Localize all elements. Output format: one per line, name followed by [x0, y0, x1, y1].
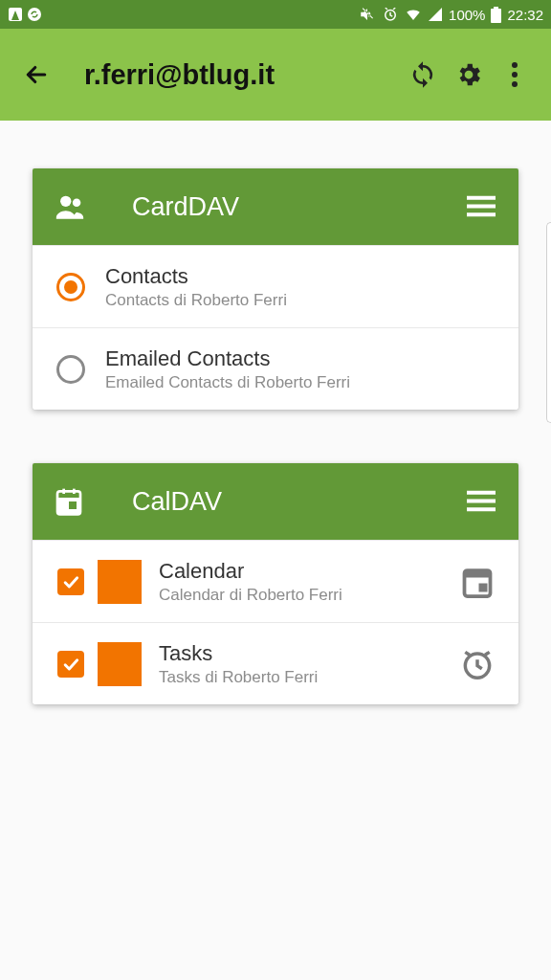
calendar-icon [54, 486, 86, 517]
alarm-icon [382, 6, 399, 23]
carddav-item-emailed-contacts[interactable]: Emailed Contacts Emailed Contacts di Rob… [33, 327, 518, 410]
svg-rect-23 [465, 570, 491, 578]
svg-point-1 [28, 8, 41, 21]
svg-point-5 [512, 62, 518, 68]
battery-text: 100% [449, 7, 485, 23]
item-subtitle: Tasks di Roberto Ferri [159, 668, 457, 687]
carddav-item-contacts[interactable]: Contacts Contacts di Roberto Ferri [33, 245, 518, 327]
color-swatch [98, 642, 142, 686]
svg-rect-20 [467, 500, 496, 503]
caldav-item-calendar[interactable]: Calendar Calendar di Roberto Ferri [33, 540, 518, 622]
svg-point-9 [73, 199, 81, 208]
item-subtitle: Calendar di Roberto Ferri [159, 586, 457, 605]
svg-rect-21 [467, 507, 496, 511]
svg-rect-17 [73, 489, 76, 494]
svg-rect-3 [491, 9, 501, 23]
svg-rect-11 [467, 205, 496, 209]
side-handle[interactable] [546, 222, 551, 423]
radio-unselected[interactable] [54, 355, 88, 384]
page-title: r.ferri@btlug.it [84, 59, 400, 91]
radio-selected[interactable] [54, 273, 88, 301]
battery-icon [491, 7, 501, 23]
svg-rect-19 [467, 491, 496, 495]
caldav-menu-button[interactable] [465, 489, 497, 514]
item-subtitle: Contacts di Roberto Ferri [105, 291, 497, 310]
carddav-title: CardDAV [132, 192, 465, 222]
overflow-menu-button[interactable] [492, 52, 538, 98]
back-button[interactable] [13, 52, 59, 98]
calendar-event-icon [457, 565, 497, 599]
svg-rect-18 [69, 501, 77, 509]
svg-point-7 [512, 81, 518, 87]
sync-button[interactable] [400, 52, 446, 98]
wifi-icon [405, 6, 422, 23]
item-subtitle: Emailed Contacts di Roberto Ferri [105, 373, 497, 392]
item-title: Calendar [159, 559, 457, 584]
item-title: Contacts [105, 264, 497, 289]
svg-rect-12 [467, 212, 496, 216]
svg-rect-24 [479, 583, 488, 591]
carddav-header: CardDAV [33, 168, 518, 245]
svg-rect-16 [62, 489, 65, 494]
item-title: Emailed Contacts [105, 346, 497, 371]
svg-point-8 [60, 196, 71, 207]
caldav-card: CalDAV Calendar Calendar di Roberto Ferr… [33, 463, 518, 704]
caldav-header: CalDAV [33, 463, 518, 540]
sync-indicator-icon [27, 7, 42, 22]
caldav-item-tasks[interactable]: Tasks Tasks di Roberto Ferri [33, 622, 518, 704]
signal-icon [428, 7, 443, 22]
alarm-clock-icon [457, 646, 497, 682]
checkbox-checked[interactable] [54, 651, 88, 678]
settings-button[interactable] [446, 52, 492, 98]
svg-rect-4 [494, 7, 498, 9]
content-area: CardDAV Contacts Contacts di Roberto Fer… [0, 121, 551, 704]
app-indicator-icon [8, 7, 23, 22]
mute-icon [359, 6, 376, 23]
carddav-card: CardDAV Contacts Contacts di Roberto Fer… [33, 168, 518, 410]
item-title: Tasks [159, 641, 457, 666]
svg-point-6 [512, 72, 518, 78]
color-swatch [98, 560, 142, 604]
app-bar: r.ferri@btlug.it [0, 29, 551, 121]
svg-rect-10 [467, 196, 496, 200]
clock-text: 22:32 [507, 7, 543, 23]
people-icon [54, 190, 86, 223]
status-bar: 100% 22:32 [0, 0, 551, 29]
caldav-title: CalDAV [132, 487, 465, 517]
checkbox-checked[interactable] [54, 568, 88, 595]
carddav-menu-button[interactable] [465, 194, 497, 219]
